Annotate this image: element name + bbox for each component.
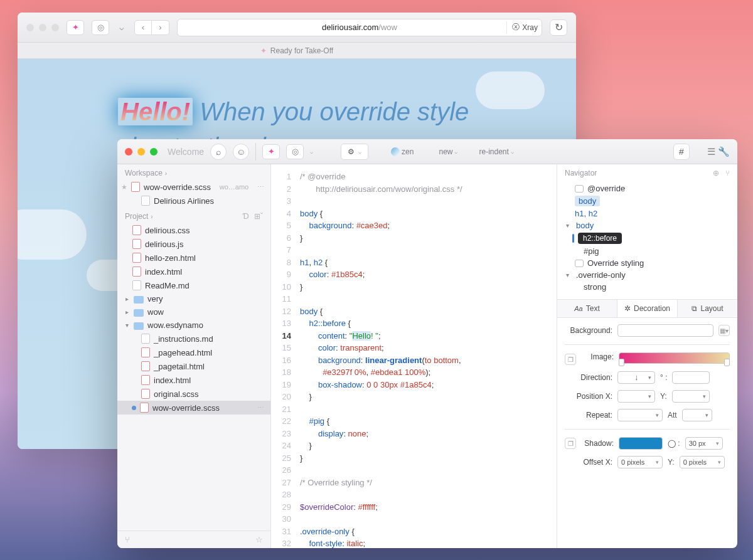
target-icon[interactable]: ◎ bbox=[286, 144, 304, 159]
offset-y-input[interactable]: 0 pixels▾ bbox=[680, 456, 725, 468]
shadow-color-swatch[interactable] bbox=[619, 437, 663, 450]
file-item[interactable]: ▾wow.esdynamo bbox=[117, 319, 270, 332]
new-menu[interactable]: new⌵ bbox=[439, 147, 457, 156]
tab-decoration[interactable]: ✲Decoration bbox=[617, 300, 678, 317]
file-item[interactable]: original.scss bbox=[117, 387, 270, 401]
file-item[interactable]: Delirious Airlines bbox=[117, 194, 270, 208]
offset-x-input[interactable]: 0 pixels▾ bbox=[617, 456, 663, 468]
hash-icon[interactable]: # bbox=[673, 144, 690, 160]
zen-menu[interactable]: zen bbox=[391, 147, 414, 156]
file-item[interactable]: ReadMe.md bbox=[117, 278, 270, 292]
gradient-stop-right[interactable] bbox=[724, 359, 730, 366]
file-item[interactable]: wow-override.scss⋯ bbox=[117, 401, 270, 415]
layer-icon[interactable]: ❐ bbox=[565, 354, 576, 365]
workspace-section-header[interactable]: Workspace› bbox=[117, 164, 270, 180]
gradient-slider[interactable] bbox=[619, 352, 730, 364]
file-item[interactable]: _pagetail.html bbox=[117, 359, 270, 373]
traffic-lights bbox=[125, 148, 158, 156]
background-swatch[interactable] bbox=[617, 324, 713, 337]
position-x-select[interactable] bbox=[617, 390, 655, 403]
code-editor[interactable]: 1234567891011121314151618192021222324252… bbox=[271, 164, 557, 548]
folder-icon bbox=[134, 309, 144, 317]
address-bar[interactable]: deliriousair.com/wow ⓧXray bbox=[177, 19, 542, 36]
rocket-icon[interactable]: ✦ bbox=[67, 20, 84, 35]
navigator-item[interactable]: Override styling bbox=[562, 257, 732, 269]
navigator-label: body bbox=[576, 221, 594, 230]
file-name: wow-override.scss bbox=[144, 182, 211, 192]
navigator-item[interactable]: ▾.override-only bbox=[562, 269, 732, 281]
tab-text[interactable]: AaText bbox=[557, 300, 617, 317]
target-icon[interactable]: ◎ bbox=[92, 20, 109, 35]
minimize-button[interactable] bbox=[137, 148, 145, 156]
editor-window: Welcome ⌕ ☺ ✦ ◎ ⌵ ⚙⌵ zen new⌵ re-indent⌵… bbox=[117, 139, 737, 548]
file-item[interactable]: _pagehead.html bbox=[117, 346, 270, 359]
close-button[interactable] bbox=[125, 148, 132, 156]
project-section-header[interactable]: Project› Ɗ⊞ˇ bbox=[117, 208, 270, 223]
navigator-label: @override bbox=[587, 184, 625, 193]
navigator-item[interactable]: h2::before bbox=[562, 231, 732, 245]
grid-icon[interactable]: ⊞ˇ bbox=[254, 212, 263, 221]
filter-icon[interactable]: ⑂ bbox=[125, 535, 130, 544]
browser-tab[interactable]: ✦ Ready for Take-Off bbox=[18, 43, 576, 59]
repeat-label: Repeat: bbox=[565, 411, 612, 420]
dynamo-icon[interactable]: Ɗ bbox=[243, 212, 249, 221]
comment-icon bbox=[575, 185, 584, 193]
item-menu-icon[interactable]: ⋯ bbox=[257, 183, 264, 191]
rocket-icon[interactable]: ✦ bbox=[262, 144, 280, 159]
file-name: _pagetail.html bbox=[154, 362, 205, 371]
smile-icon[interactable]: ☺ bbox=[233, 144, 249, 160]
file-item[interactable]: _instructions.md bbox=[117, 332, 270, 346]
search-icon[interactable]: ⌕ bbox=[210, 144, 227, 160]
reload-button[interactable]: ↻ bbox=[550, 19, 567, 36]
position-y-select[interactable] bbox=[672, 390, 710, 403]
maximize-button[interactable] bbox=[150, 148, 158, 156]
gear-menu[interactable]: ⚙⌵ bbox=[341, 144, 368, 160]
gradient-stop-left[interactable] bbox=[619, 359, 624, 366]
navigator-item[interactable]: #pig bbox=[562, 245, 732, 257]
folder-icon bbox=[134, 322, 144, 330]
file-item[interactable]: ▸wow bbox=[117, 305, 270, 319]
chevron-down-icon[interactable]: ⌵ bbox=[310, 149, 313, 155]
back-button[interactable]: ‹ bbox=[134, 20, 152, 35]
navigator-item[interactable]: body bbox=[562, 194, 732, 208]
file-item[interactable]: index.html bbox=[117, 265, 270, 278]
settings-icon[interactable]: ☰ 🔧 bbox=[707, 146, 730, 157]
navigator-label: body bbox=[575, 196, 600, 206]
file-item[interactable]: hello-zen.html bbox=[117, 251, 270, 265]
navigator-item[interactable]: strong bbox=[562, 281, 732, 293]
file-item[interactable]: index.html bbox=[117, 373, 270, 387]
offset-x-label: Offset X: bbox=[565, 458, 612, 467]
add-icon[interactable]: ⊕ bbox=[713, 169, 719, 177]
swatch-options-icon[interactable]: ▦▾ bbox=[718, 325, 730, 336]
file-item[interactable]: delirious.css bbox=[117, 223, 270, 237]
direction-select[interactable]: ↓ bbox=[617, 371, 655, 384]
layer-icon[interactable]: ❐ bbox=[565, 438, 576, 449]
file-item[interactable]: ▸very bbox=[117, 292, 270, 305]
xray-button[interactable]: ⓧXray bbox=[506, 21, 538, 34]
background-label: Background: bbox=[565, 326, 612, 335]
file-name: hello-zen.html bbox=[145, 253, 196, 263]
repeat-select[interactable] bbox=[617, 409, 663, 421]
shadow-blur-input[interactable]: 30 px▾ bbox=[685, 437, 723, 450]
item-menu-icon[interactable]: ⋯ bbox=[257, 404, 264, 412]
css-icon bbox=[131, 182, 140, 192]
forward-button[interactable]: › bbox=[152, 20, 169, 35]
file-item[interactable]: ★wow-override.scsswo…amo⋯ bbox=[117, 180, 270, 194]
star-icon[interactable]: ☆ bbox=[255, 535, 263, 544]
css-icon bbox=[132, 253, 141, 263]
attachment-select[interactable] bbox=[682, 409, 712, 421]
tab-layout[interactable]: ⧉Layout bbox=[678, 300, 737, 317]
filter-icon[interactable]: ⑂ bbox=[725, 169, 730, 177]
degree-input[interactable] bbox=[672, 371, 710, 384]
project-list: delirious.cssdelirious.jshello-zen.htmli… bbox=[117, 223, 270, 415]
navigator-item[interactable]: h1, h2 bbox=[562, 208, 732, 219]
navigator-item[interactable]: @override bbox=[562, 182, 732, 194]
reindent-menu[interactable]: re-indent⌵ bbox=[479, 147, 513, 156]
navigator-item[interactable]: ▾body bbox=[562, 219, 732, 231]
tab-title: Ready for Take-Off bbox=[270, 46, 333, 55]
browser-menu-chevron[interactable]: ⌵ bbox=[117, 20, 127, 35]
code-content[interactable]: /* @override http://deliriousair.com/wow… bbox=[296, 164, 557, 548]
file-name: Delirious Airlines bbox=[154, 196, 214, 206]
file-item[interactable]: delirious.js bbox=[117, 237, 270, 251]
navigator-label: h2::before bbox=[578, 233, 622, 244]
